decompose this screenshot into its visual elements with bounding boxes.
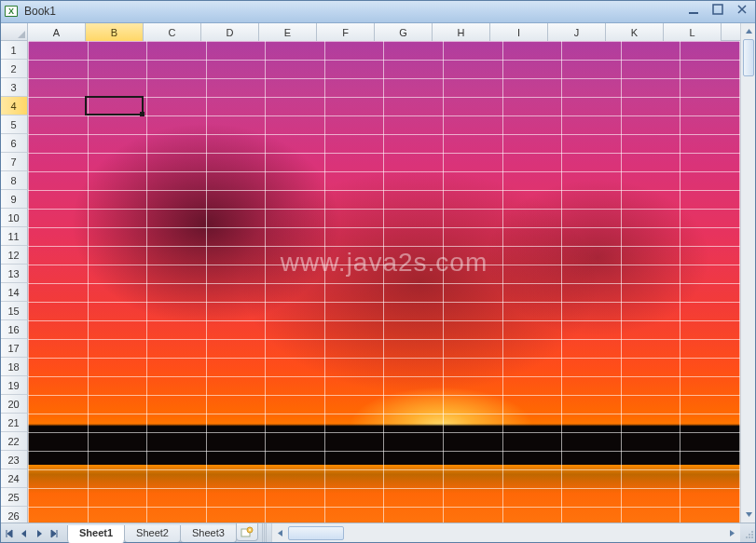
- cell[interactable]: [206, 247, 266, 265]
- cell[interactable]: [266, 247, 325, 265]
- cell[interactable]: [562, 98, 622, 116]
- cell[interactable]: [206, 508, 266, 523]
- cell[interactable]: [621, 414, 680, 433]
- cell[interactable]: [29, 265, 89, 284]
- cell[interactable]: [444, 359, 503, 377]
- cell[interactable]: [444, 79, 503, 98]
- cell[interactable]: [384, 359, 444, 377]
- cell[interactable]: [206, 265, 266, 284]
- cell[interactable]: [621, 284, 680, 303]
- cell[interactable]: [621, 98, 680, 116]
- cell[interactable]: [680, 265, 740, 284]
- cell[interactable]: [562, 414, 622, 433]
- cell[interactable]: [266, 508, 325, 523]
- cell[interactable]: [384, 452, 444, 470]
- column-header[interactable]: L: [664, 23, 722, 41]
- cell[interactable]: [680, 508, 740, 523]
- cell[interactable]: [444, 470, 503, 489]
- cell[interactable]: [621, 489, 680, 508]
- cell[interactable]: [29, 79, 89, 98]
- cell[interactable]: [502, 489, 562, 508]
- cell[interactable]: [206, 377, 266, 396]
- cell[interactable]: [324, 433, 384, 452]
- cell[interactable]: [324, 154, 384, 172]
- cell[interactable]: [562, 340, 622, 359]
- cell[interactable]: [206, 489, 266, 508]
- row-header[interactable]: 2: [0, 60, 28, 78]
- cell[interactable]: [206, 210, 266, 228]
- select-all-corner[interactable]: [0, 23, 28, 41]
- cell[interactable]: [206, 42, 266, 61]
- cell[interactable]: [502, 452, 562, 470]
- row-header[interactable]: 4: [0, 97, 28, 115]
- cell[interactable]: [324, 210, 384, 228]
- cell[interactable]: [266, 303, 325, 321]
- row-header[interactable]: 12: [0, 246, 28, 265]
- cell[interactable]: [147, 247, 207, 265]
- cell[interactable]: [621, 340, 680, 359]
- cell[interactable]: [562, 154, 622, 172]
- cell[interactable]: [324, 303, 384, 321]
- cell[interactable]: [384, 210, 444, 228]
- cell[interactable]: [324, 61, 384, 79]
- cell[interactable]: [147, 508, 207, 523]
- column-header[interactable]: F: [317, 23, 375, 41]
- cell[interactable]: [324, 340, 384, 359]
- cell[interactable]: [680, 210, 740, 228]
- cell[interactable]: [266, 154, 325, 172]
- cell[interactable]: [266, 79, 325, 98]
- cell[interactable]: [147, 42, 207, 61]
- scroll-down-button[interactable]: [741, 507, 756, 523]
- cell[interactable]: [88, 228, 147, 247]
- row-header[interactable]: 7: [0, 153, 28, 171]
- cell[interactable]: [324, 508, 384, 523]
- cell[interactable]: [384, 79, 444, 98]
- cell[interactable]: [444, 414, 503, 433]
- cell[interactable]: [680, 284, 740, 303]
- cell[interactable]: [384, 340, 444, 359]
- cell[interactable]: [29, 210, 89, 228]
- cell[interactable]: [147, 98, 207, 116]
- cell[interactable]: [29, 172, 89, 191]
- cell[interactable]: [147, 396, 207, 414]
- cell[interactable]: [206, 116, 266, 135]
- cell[interactable]: [621, 61, 680, 79]
- cell[interactable]: [88, 396, 147, 414]
- column-header[interactable]: E: [259, 23, 317, 41]
- hscroll-track[interactable]: [288, 523, 724, 543]
- cell[interactable]: [621, 452, 680, 470]
- cell[interactable]: [206, 433, 266, 452]
- column-header[interactable]: D: [201, 23, 259, 41]
- cell[interactable]: [206, 135, 266, 154]
- row-header[interactable]: 6: [0, 134, 28, 153]
- horizontal-scrollbar[interactable]: [271, 523, 740, 543]
- cell[interactable]: [680, 433, 740, 452]
- cell[interactable]: [384, 321, 444, 340]
- cell[interactable]: [562, 303, 622, 321]
- cell[interactable]: [29, 433, 89, 452]
- row-header[interactable]: 3: [0, 78, 28, 97]
- tab-last-button[interactable]: [47, 524, 62, 543]
- cell[interactable]: [206, 172, 266, 191]
- cell[interactable]: [444, 154, 503, 172]
- cell[interactable]: [444, 321, 503, 340]
- cell[interactable]: [444, 452, 503, 470]
- cell[interactable]: [147, 210, 207, 228]
- cell[interactable]: [266, 284, 325, 303]
- cell[interactable]: [502, 433, 562, 452]
- cell[interactable]: [621, 508, 680, 523]
- cell[interactable]: [266, 210, 325, 228]
- column-header[interactable]: B: [86, 23, 144, 41]
- cell[interactable]: [29, 42, 89, 61]
- cell[interactable]: [502, 414, 562, 433]
- cell[interactable]: [562, 172, 622, 191]
- cell[interactable]: [324, 414, 384, 433]
- cell[interactable]: [621, 154, 680, 172]
- row-header[interactable]: 11: [0, 227, 28, 246]
- cell[interactable]: [384, 303, 444, 321]
- cell[interactable]: [502, 470, 562, 489]
- cell[interactable]: [680, 247, 740, 265]
- cell[interactable]: [562, 265, 622, 284]
- cell[interactable]: [621, 377, 680, 396]
- tab-prev-button[interactable]: [17, 524, 32, 543]
